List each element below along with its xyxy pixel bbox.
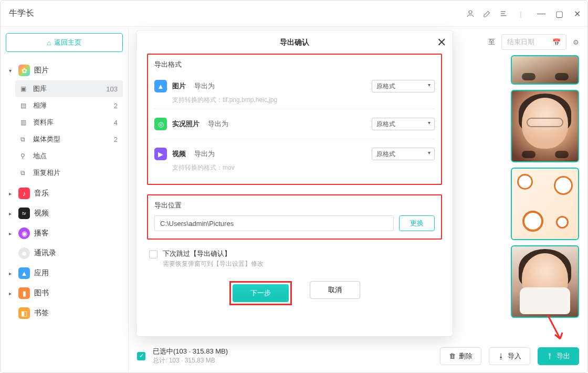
sidebar-item-count: 2 [114,136,118,143]
list-icon[interactable] [499,9,509,18]
contacts-icon: ☻ [18,247,30,259]
thumbnail[interactable] [511,245,579,318]
next-step-button[interactable]: 下一步 [233,284,289,302]
sidebar-item-label: 地点 [33,151,47,161]
database-icon: ▥ [20,119,29,126]
divider-icon: | [516,9,526,18]
image-format-select[interactable]: 原格式 [372,80,435,92]
sidebar-apps-label: 应用 [34,268,49,278]
end-date-placeholder: 结束日期 [507,37,534,47]
home-icon: ⌂ [47,39,51,47]
export-label: 导出 [556,351,570,361]
media-icon: ⧉ [20,136,29,143]
sidebar-section-photos[interactable]: ▾ ✿ 图片 [6,60,123,80]
podcast-icon: ◉ [18,227,30,239]
format-row-video: ▶ 视频 导出为 原格式 [154,142,435,165]
music-icon: ♪ [18,188,30,199]
sidebar-item-media-type[interactable]: ⧉ 媒体类型 2 [15,131,123,148]
skip-confirmation-row: 下次跳过【导出确认】 需要恢复弹窗可到【导出设置】修改 [147,249,442,268]
change-path-button[interactable]: 更换 [399,215,435,231]
sidebar-item-albums[interactable]: ▤ 相簿 2 [15,97,123,114]
sidebar-section-podcast[interactable]: ▸ ◉ 播客 [6,223,123,243]
footer-bar: ✓ 已选中(103 · 315.83 MB) 总计: 103 · 315.83 … [137,347,579,365]
thumbnail[interactable] [511,168,579,240]
select-all-checkbox[interactable]: ✓ [137,352,145,360]
sidebar-item-count: 4 [114,119,118,127]
sidebar-item-label: 相簿 [33,101,47,110]
caret-right-icon: ▸ [9,231,14,236]
sidebar-section-bookmarks[interactable]: ▸ ◧ 书签 [6,303,123,323]
export-button[interactable]: ⭱ 导出 [538,347,579,365]
titlebar: 牛学长 | — ▢ ✕ [1,1,587,27]
format-name: 图片 [172,81,186,91]
trash-icon: 🗑 [449,352,456,360]
modal-title: 导出确认 [147,38,442,47]
format-sub-image: 支持转换的格式：tif,png,bmp,heic,jpg [154,96,435,105]
thumbnail[interactable] [511,55,579,85]
selection-summary: 已选中(103 · 315.83 MB) [153,347,228,356]
divider [154,109,435,109]
image-icon: ▲ [154,80,167,92]
format-row-live: ◎ 实况照片 导出为 原格式 [154,112,435,136]
library-icon: ▣ [20,85,29,92]
duplicate-icon: ⧉ [20,169,29,177]
format-row-image: ▲ 图片 导出为 原格式 [154,75,435,98]
sidebar-item-library[interactable]: ▣ 图库 103 [15,80,123,97]
live-format-select[interactable]: 原格式 [372,118,435,130]
thumbnail-grid [511,55,579,318]
sidebar: ⌂ 返回主页 ▾ ✿ 图片 ▣ 图库 103 ▤ 相簿 [1,27,129,372]
import-button[interactable]: ⭳ 导入 [489,347,530,365]
sidebar-video-label: 视频 [34,209,49,218]
sidebar-section-books[interactable]: ▸ ▮ 图书 [6,283,123,303]
live-photo-icon: ◎ [154,118,167,130]
sidebar-item-label: 图库 [33,84,47,94]
format-name: 实况照片 [172,119,200,129]
format-section-label: 导出格式 [154,60,435,69]
sidebar-contacts-label: 通讯录 [34,248,56,258]
window-close[interactable]: ✕ [573,9,581,19]
skip-sub: 需要恢复弹窗可到【导出设置】修改 [163,260,264,268]
sidebar-section-video[interactable]: ▸ tv 视频 [6,203,123,223]
edit-icon[interactable] [482,9,492,18]
app-title: 牛学长 [9,8,34,19]
sidebar-section-contacts[interactable]: ▸ ☻ 通讯录 [6,243,123,263]
delete-label: 删除 [459,351,472,361]
video-icon: tv [18,208,30,219]
sidebar-item-count: 2 [114,102,118,110]
delete-button[interactable]: 🗑 删除 [440,347,481,365]
sidebar-item-label: 资料库 [33,118,54,127]
divider [154,139,435,139]
sidebar-item-label: 媒体类型 [33,134,60,144]
cancel-button[interactable]: 取消 [310,281,360,299]
sidebar-section-apps[interactable]: ▸ ▲ 应用 [6,263,123,283]
location-section-label: 导出位置 [154,201,435,210]
modal-close-button[interactable]: ✕ [437,36,446,49]
window-minimize[interactable]: — [537,9,545,19]
back-home-button[interactable]: ⌂ 返回主页 [6,33,123,52]
settings-icon[interactable]: ⚙ [573,38,579,46]
user-icon[interactable] [466,9,475,18]
skip-checkbox[interactable] [149,250,158,258]
thumbnail[interactable] [511,90,579,162]
photos-icon: ✿ [18,65,30,76]
skip-label: 下次跳过【导出确认】 [163,249,264,258]
date-to-label: 至 [488,37,495,47]
export-confirm-modal: ✕ 导出确认 导出格式 ▲ 图片 导出为 原格式 支持转换的格式：tif,png… [136,30,453,337]
sidebar-item-count: 103 [106,85,118,93]
sidebar-photos-label: 图片 [34,66,49,75]
format-as-label: 导出为 [208,119,228,129]
sidebar-item-label: 重复相片 [33,168,60,178]
caret-right-icon: ▸ [9,191,14,196]
sidebar-item-datacenter[interactable]: ▥ 资料库 4 [15,114,123,131]
sidebar-item-duplicates[interactable]: ⧉ 重复相片 [15,164,123,181]
album-icon: ▤ [20,102,29,109]
caret-right-icon: ▸ [9,211,14,216]
export-location-box: 导出位置 更换 [147,194,442,240]
sidebar-item-location[interactable]: ⚲ 地点 [15,148,123,164]
export-path-input[interactable] [154,215,394,231]
end-date-field[interactable]: 结束日期 📅 [501,34,566,50]
video-format-select[interactable]: 原格式 [372,148,435,160]
window-maximize[interactable]: ▢ [555,9,563,19]
sidebar-section-music[interactable]: ▸ ♪ 音乐 [6,183,123,203]
total-summary: 总计: 103 · 315.83 MB [153,356,228,365]
